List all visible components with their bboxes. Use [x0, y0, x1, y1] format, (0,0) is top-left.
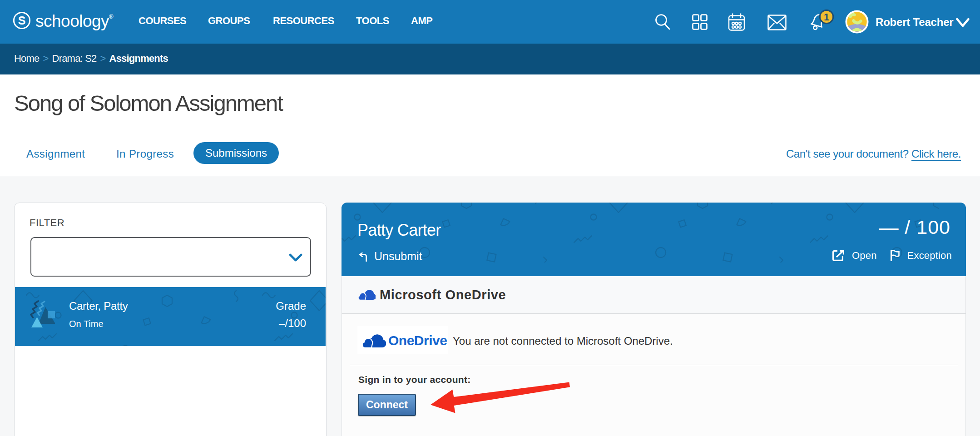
svg-text:1: 1: [824, 11, 829, 23]
